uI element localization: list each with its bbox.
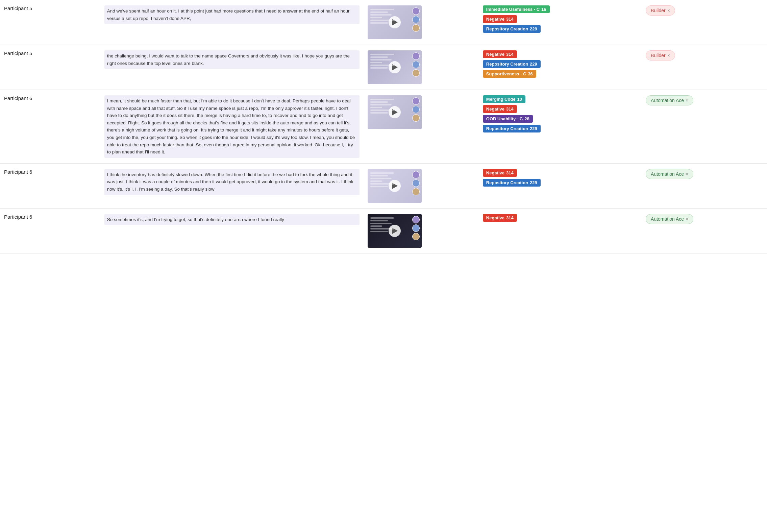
remove-persona-button[interactable]: ×: [686, 216, 688, 222]
tag-count: 229: [530, 62, 537, 67]
tag-count: 314: [506, 215, 514, 220]
remove-persona-button[interactable]: ×: [667, 8, 670, 13]
tag-label: Merging Code: [486, 97, 516, 102]
avatar: [412, 24, 420, 32]
tag-count: 16: [541, 7, 546, 12]
quote-text: I think the inventory has definitely slo…: [100, 163, 364, 208]
tag-badge[interactable]: Negative314: [483, 214, 517, 222]
tag-label: Negative: [486, 106, 504, 112]
persona-badge[interactable]: Builder×: [646, 5, 675, 16]
table-row: Participant 5And we've spent half an hou…: [0, 0, 767, 45]
avatar: [412, 61, 420, 68]
tag-badge[interactable]: Negative314: [483, 105, 517, 113]
tags-column: Negative314Repository Creation229: [479, 163, 642, 208]
table-row: Participant 6I mean, it should be much f…: [0, 90, 767, 164]
video-thumbnail[interactable]: [364, 0, 479, 45]
tag-count: 314: [506, 52, 514, 57]
persona-label: Builder: [651, 8, 666, 13]
tag-count: 28: [524, 116, 529, 121]
avatar: [412, 69, 420, 77]
avatar: [412, 179, 420, 187]
video-thumbnail[interactable]: [364, 45, 479, 90]
avatar: [412, 16, 420, 23]
table-row: Participant 6So sometimes it's, and I'm …: [0, 208, 767, 253]
avatar: [412, 106, 420, 113]
avatar: [412, 188, 420, 195]
tag-count: 314: [506, 170, 514, 175]
persona-column: Automation Ace×: [642, 90, 767, 164]
quote-text: So sometimes it's, and I'm trying to get…: [100, 208, 364, 253]
remove-persona-button[interactable]: ×: [667, 53, 670, 58]
tag-badge[interactable]: Supportiveness - C36: [483, 70, 536, 78]
table-row: Participant 5the challenge being, I woul…: [0, 45, 767, 90]
quote-text: the challenge being, I would want to tal…: [100, 45, 364, 90]
tag-badge[interactable]: Negative314: [483, 169, 517, 177]
avatar: [412, 233, 420, 240]
tag-label: Repository Creation: [486, 62, 528, 67]
tags-column: Negative314Repository Creation229Support…: [479, 45, 642, 90]
avatar: [412, 114, 420, 122]
avatar: [412, 52, 420, 60]
tag-badge[interactable]: Immediate Usefulness - C16: [483, 5, 550, 13]
persona-badge[interactable]: Automation Ace×: [646, 214, 693, 224]
persona-badge[interactable]: Builder×: [646, 50, 675, 61]
tag-label: Negative: [486, 17, 504, 22]
video-thumbnail[interactable]: [364, 90, 479, 164]
tag-badge[interactable]: Repository Creation229: [483, 60, 541, 68]
tag-count: 229: [530, 26, 537, 31]
tag-count: 314: [506, 106, 514, 112]
tag-badge[interactable]: Merging Code10: [483, 95, 525, 103]
tag-label: OOB Usability - C: [486, 116, 523, 121]
avatar: [412, 97, 420, 105]
video-thumbnail[interactable]: [364, 208, 479, 253]
persona-badge[interactable]: Automation Ace×: [646, 169, 693, 179]
tags-column: Merging Code10Negative314OOB Usability -…: [479, 90, 642, 164]
avatar: [412, 216, 420, 223]
tag-label: Immediate Usefulness - C: [486, 7, 540, 12]
tag-label: Repository Creation: [486, 126, 528, 131]
persona-column: Builder×: [642, 0, 767, 45]
avatar: [412, 7, 420, 15]
avatar: [412, 171, 420, 178]
tag-badge[interactable]: Repository Creation229: [483, 25, 541, 33]
remove-persona-button[interactable]: ×: [686, 98, 688, 103]
tag-label: Repository Creation: [486, 26, 528, 31]
quotes-table: Participant 5And we've spent half an hou…: [0, 0, 767, 253]
tag-badge[interactable]: Repository Creation229: [483, 125, 541, 132]
tag-count: 229: [530, 126, 537, 131]
participant-label: Participant 6: [0, 90, 100, 164]
tag-badge[interactable]: OOB Usability - C28: [483, 115, 533, 123]
participant-label: Participant 6: [0, 208, 100, 253]
persona-badge[interactable]: Automation Ace×: [646, 95, 693, 105]
table-row: Participant 6I think the inventory has d…: [0, 163, 767, 208]
tag-label: Negative: [486, 170, 504, 175]
persona-label: Automation Ace: [651, 171, 684, 177]
tags-column: Immediate Usefulness - C16Negative314Rep…: [479, 0, 642, 45]
tag-badge[interactable]: Negative314: [483, 50, 517, 58]
persona-column: Automation Ace×: [642, 163, 767, 208]
persona-label: Builder: [651, 53, 666, 58]
tag-badge[interactable]: Negative314: [483, 15, 517, 23]
video-thumbnail[interactable]: [364, 163, 479, 208]
persona-label: Automation Ace: [651, 98, 684, 103]
tag-count: 36: [528, 71, 533, 76]
tag-badge[interactable]: Repository Creation229: [483, 179, 541, 187]
tag-label: Supportiveness - C: [486, 71, 526, 76]
tag-label: Repository Creation: [486, 180, 528, 185]
tag-count: 229: [530, 180, 537, 185]
tag-label: Negative: [486, 52, 504, 57]
quote-text: And we've spent half an hour on it. I at…: [100, 0, 364, 45]
persona-column: Builder×: [642, 45, 767, 90]
avatar: [412, 224, 420, 232]
tag-label: Negative: [486, 215, 504, 220]
remove-persona-button[interactable]: ×: [686, 171, 688, 177]
quote-text: I mean, it should be much faster than th…: [100, 90, 364, 164]
participant-label: Participant 5: [0, 45, 100, 90]
tag-count: 314: [506, 17, 514, 22]
persona-label: Automation Ace: [651, 216, 684, 222]
tag-count: 10: [517, 97, 522, 102]
tags-column: Negative314: [479, 208, 642, 253]
participant-label: Participant 5: [0, 0, 100, 45]
participant-label: Participant 6: [0, 163, 100, 208]
persona-column: Automation Ace×: [642, 208, 767, 253]
